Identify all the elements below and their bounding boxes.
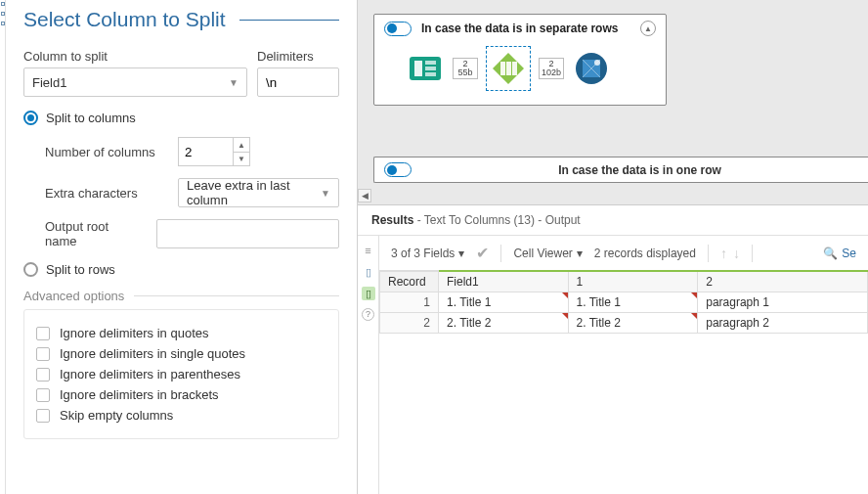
results-toolbar: 3 of 3 Fields ▾ ✔ Cell Viewer ▾ 2 record… (379, 236, 868, 271)
split-to-columns-radio[interactable]: Split to columns (23, 111, 339, 125)
svg-rect-4 (425, 72, 436, 76)
table-row[interactable]: 2 2. Title 2 2. Title 2 paragraph 2 (380, 313, 868, 334)
data-view-icon[interactable]: ▯ (362, 287, 375, 300)
extra-characters-value: Leave extra in last column (187, 178, 321, 207)
skip-empty-label: Skip empty columns (60, 408, 173, 423)
spinner-up-button[interactable]: ▲ (233, 137, 250, 152)
table-row[interactable]: 1 1. Title 1 1. Title 1 paragraph 1 (380, 292, 868, 313)
extra-characters-label: Extra characters (45, 186, 162, 201)
container-one-row[interactable]: In case the data is in one row (373, 157, 868, 183)
fields-dropdown[interactable]: 3 of 3 Fields ▾ (391, 247, 464, 260)
config-panel: Select Column to Split Column to split F… (6, 0, 358, 494)
text-input-tool-icon[interactable] (406, 49, 445, 88)
help-icon[interactable]: ? (362, 308, 374, 321)
spinner-down-button[interactable]: ▼ (233, 152, 250, 166)
cell-field1[interactable]: 2. Title 2 (439, 313, 569, 334)
svg-rect-3 (425, 67, 436, 70)
col-record[interactable]: Record (380, 271, 439, 292)
output-root-name-input[interactable] (156, 219, 339, 248)
ignore-paren-checkbox[interactable]: Ignore delimiters in parentheses (36, 367, 326, 382)
title-rule (239, 20, 339, 21)
ignore-quotes-label: Ignore delimiters in quotes (60, 326, 208, 340)
fields-dd-label: 3 of 3 Fields (391, 247, 455, 260)
col-field1[interactable]: Field1 (439, 271, 569, 292)
number-of-columns-spinner[interactable]: ▲ ▼ (178, 137, 250, 166)
checkbox-icon (36, 368, 50, 382)
skip-empty-checkbox[interactable]: Skip empty columns (36, 408, 326, 423)
canvas-scroll-left-icon[interactable]: ◀ (358, 189, 371, 202)
col-1[interactable]: 1 (568, 271, 698, 292)
records-displayed: 2 records displayed (594, 247, 696, 260)
cell-2[interactable]: paragraph 2 (698, 313, 868, 334)
ignore-single-quotes-label: Ignore delimiters in single quotes (60, 346, 245, 361)
caret-down-icon: ▾ (577, 247, 583, 260)
metadata-icon[interactable]: ▯ (362, 265, 375, 279)
output-root-name-label: Output root name (45, 219, 141, 248)
apply-check-icon[interactable]: ✔ (476, 244, 489, 262)
extra-characters-select[interactable]: Leave extra in last column ▼ (178, 178, 339, 207)
split-to-rows-radio[interactable]: Split to rows (23, 262, 339, 277)
svg-rect-6 (500, 62, 505, 75)
chevron-down-icon: ▼ (229, 77, 239, 88)
ignore-brackets-label: Ignore delimiters in brackets (60, 387, 219, 402)
grid-header-row: Record Field1 1 2 (380, 271, 868, 292)
delimiters-label: Delimiters (257, 49, 339, 64)
container-toggle[interactable] (384, 22, 412, 36)
chevron-down-icon: ▼ (321, 188, 330, 199)
conn1-size: 55b (457, 68, 472, 77)
results-label: Results (371, 213, 413, 227)
delimiters-input[interactable] (257, 67, 339, 97)
container-collapse-icon[interactable]: ▲ (640, 21, 656, 36)
connection-badge-2[interactable]: 2 102b (539, 58, 564, 79)
cell-record: 1 (380, 292, 439, 313)
results-grid[interactable]: Record Field1 1 2 1 1. Title 1 1. Title … (379, 270, 868, 334)
ignore-paren-label: Ignore delimiters in parentheses (60, 367, 240, 382)
ignore-single-quotes-checkbox[interactable]: Ignore delimiters in single quotes (36, 346, 326, 361)
cell-viewer-label: Cell Viewer (513, 247, 572, 260)
ignore-quotes-checkbox[interactable]: Ignore delimiters in quotes (36, 326, 326, 340)
cell-1[interactable]: 2. Title 2 (568, 313, 698, 334)
container2-title: In case the data is in one row (421, 163, 858, 177)
container-title: In case the data is in separate rows (421, 22, 630, 35)
container-separate-rows[interactable]: In case the data is in separate rows ▲ 2… (373, 14, 667, 106)
svg-rect-7 (506, 62, 511, 75)
cell-viewer-dropdown[interactable]: Cell Viewer ▾ (513, 247, 582, 260)
column-to-split-select[interactable]: Field1 ▼ (23, 67, 247, 97)
connection-badge-1[interactable]: 2 55b (453, 58, 478, 79)
svg-rect-8 (512, 62, 517, 75)
svg-rect-1 (414, 61, 422, 76)
ignore-brackets-checkbox[interactable]: Ignore delimiters in brackets (36, 387, 326, 402)
svg-point-11 (594, 60, 600, 66)
advanced-options-header: Advanced options (23, 289, 339, 303)
advanced-options-label: Advanced options (23, 289, 124, 303)
separator (708, 245, 709, 262)
panel-title: Select Column to Split (23, 8, 339, 31)
messages-icon[interactable]: ≡ (362, 244, 375, 257)
column-to-split-label: Column to split (23, 49, 247, 64)
results-gutter: ≡ ▯ ▯ ? (358, 236, 379, 494)
results-source: - Text To Columns (13) - Output (413, 213, 580, 227)
browse-tool-icon[interactable] (572, 49, 611, 88)
workflow-canvas[interactable]: In case the data is in separate rows ▲ 2… (358, 0, 868, 205)
radio-unselected-icon (23, 262, 38, 277)
checkbox-icon (36, 347, 50, 361)
col-2[interactable]: 2 (698, 271, 868, 292)
arrow-down-icon[interactable]: ↓ (733, 246, 740, 261)
text-to-columns-tool-icon[interactable] (489, 49, 528, 88)
advanced-options-box: Ignore delimiters in quotes Ignore delim… (23, 309, 339, 439)
conn2-size: 102b (542, 68, 561, 77)
arrow-up-icon[interactable]: ↑ (720, 246, 727, 261)
right-pane: In case the data is in separate rows ▲ 2… (358, 0, 868, 494)
svg-rect-2 (425, 61, 436, 65)
results-search[interactable]: 🔍Se (823, 247, 856, 260)
search-text: Se (842, 247, 856, 260)
split-to-columns-label: Split to columns (46, 111, 136, 125)
separator (752, 245, 753, 262)
cell-field1[interactable]: 1. Title 1 (439, 292, 569, 313)
container-toggle[interactable] (384, 162, 412, 177)
advanced-rule (134, 295, 339, 296)
cell-2[interactable]: paragraph 1 (698, 292, 868, 313)
number-of-columns-input[interactable] (178, 137, 233, 166)
caret-down-icon: ▾ (458, 247, 464, 260)
cell-1[interactable]: 1. Title 1 (568, 292, 698, 313)
